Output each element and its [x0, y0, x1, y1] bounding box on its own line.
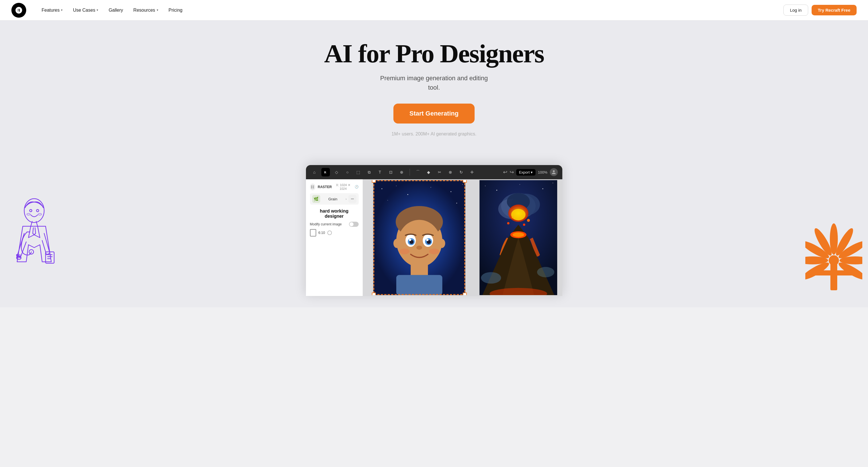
svg-point-57: [485, 186, 486, 186]
app-window: ⌂ R ◇ ○ ⬚ ⧉ T ⊡ ⊕ ⌒ ◆ ✂ ⊗: [306, 165, 562, 296]
text-icon[interactable]: T: [376, 168, 384, 176]
svg-point-75: [537, 267, 555, 277]
svg-rect-55: [463, 293, 466, 295]
logo-icon: R: [15, 6, 23, 14]
app-logo-button[interactable]: R: [321, 168, 330, 176]
start-generating-button[interactable]: Start Generating: [394, 104, 474, 124]
svg-point-47: [393, 239, 400, 248]
mask-icon[interactable]: ⊕: [398, 168, 406, 176]
svg-point-88: [829, 255, 839, 266]
nav-menu: Features ▾ Use Cases ▾ Gallery Resources…: [38, 5, 783, 15]
svg-rect-20: [313, 187, 314, 189]
aspect-radio[interactable]: [327, 231, 332, 235]
brand-logo[interactable]: R: [11, 3, 26, 18]
group-icon[interactable]: ⧉: [365, 168, 373, 176]
navbar: R Features ▾ Use Cases ▾ Gallery Resourc…: [0, 0, 868, 21]
svg-text:R: R: [17, 8, 20, 12]
redo-icon[interactable]: ↪: [509, 169, 514, 175]
chevron-down-icon: ▾: [157, 8, 158, 12]
svg-point-72: [512, 216, 514, 218]
app-toolbar: ⌂ R ◇ ○ ⬚ ⧉ T ⊡ ⊕ ⌒ ◆ ✂ ⊗: [306, 165, 562, 179]
zoom-level: 100%: [538, 170, 547, 174]
volcano-svg: [475, 180, 561, 295]
svg-point-60: [542, 189, 543, 189]
sidebar-raster-meta: RASTER X: 1024 ✕ 1024 🕐: [310, 183, 359, 190]
cartoon-face-svg: [364, 180, 475, 295]
undo-icon[interactable]: ↩: [503, 169, 507, 175]
hero-subtitle: Premium image generation and editing too…: [377, 73, 491, 92]
svg-point-16: [553, 170, 555, 172]
plant-svg: [805, 188, 862, 296]
hero-title: AI for Pro Designers: [6, 40, 862, 67]
logo-small-icon: R: [323, 170, 328, 175]
svg-point-22: [352, 199, 352, 199]
svg-rect-17: [311, 186, 312, 187]
fill-icon[interactable]: ◆: [425, 168, 433, 176]
svg-point-27: [407, 194, 408, 195]
svg-point-61: [553, 183, 553, 183]
shape-icon[interactable]: ○: [344, 168, 351, 176]
nav-pricing[interactable]: Pricing: [165, 5, 187, 15]
grain-layer-row[interactable]: 🌿 Grain ›: [310, 193, 359, 205]
svg-point-28: [430, 187, 431, 188]
grain-thumbnail: 🌿: [312, 195, 320, 203]
user-avatar[interactable]: [550, 168, 558, 176]
aspect-ratio-row: 6:10: [310, 229, 359, 236]
prompt-text: hard working designer: [310, 209, 359, 219]
avatar-icon: [551, 169, 557, 175]
svg-rect-53: [463, 180, 466, 182]
svg-point-74: [481, 272, 501, 283]
left-illustration: [6, 188, 63, 296]
svg-point-21: [351, 199, 351, 199]
svg-point-35: [398, 220, 441, 267]
svg-rect-19: [311, 187, 312, 189]
transform-icon[interactable]: ↻: [457, 168, 465, 176]
svg-point-23: [353, 199, 353, 199]
login-button[interactable]: Log in: [783, 5, 808, 15]
nav-gallery[interactable]: Gallery: [104, 5, 127, 15]
layer-options-button[interactable]: [348, 195, 356, 203]
svg-point-29: [451, 191, 451, 192]
nav-use-cases[interactable]: Use Cases ▾: [69, 5, 102, 15]
pen-icon[interactable]: ⌒: [414, 168, 422, 176]
svg-point-32: [456, 203, 457, 203]
raster-icon: [310, 184, 316, 190]
svg-point-42: [409, 239, 411, 241]
svg-point-59: [520, 184, 520, 185]
select-icon[interactable]: ◇: [333, 168, 341, 176]
svg-point-73: [523, 224, 525, 226]
hero-stats: 1M+ users. 200M+ AI generated graphics.: [6, 131, 862, 137]
svg-point-2: [30, 209, 32, 212]
home-icon[interactable]: ⌂: [311, 168, 318, 176]
canvas-image-face[interactable]: [364, 180, 475, 295]
hero-section: AI for Pro Designers Premium image gener…: [0, 21, 868, 307]
aspect-icon: [310, 229, 316, 236]
modify-toggle-row: Modify current image: [310, 222, 359, 227]
image-icon[interactable]: ⬚: [354, 168, 362, 176]
canvas-image-volcano[interactable]: [475, 180, 561, 295]
options-icon: [350, 197, 354, 201]
app-canvas: [363, 179, 562, 296]
svg-point-43: [426, 239, 429, 241]
size-label: X: 1024 ✕ 1024: [334, 183, 352, 190]
frame-icon[interactable]: ⊡: [387, 168, 395, 176]
move-icon[interactable]: ✛: [468, 168, 476, 176]
blend-icon[interactable]: ⊗: [446, 168, 454, 176]
svg-point-46: [429, 248, 439, 254]
toolbar-right: ↩ ↪ Export ▾ 100%: [503, 168, 558, 176]
svg-point-4: [27, 213, 30, 215]
nav-features[interactable]: Features ▾: [38, 5, 67, 15]
svg-point-3: [36, 209, 39, 212]
nav-resources[interactable]: Resources ▾: [129, 5, 162, 15]
svg-rect-50: [396, 275, 442, 295]
row-chevron-icon: ›: [345, 198, 346, 201]
export-button[interactable]: Export ▾: [516, 169, 536, 175]
try-free-button[interactable]: Try Recraft Free: [812, 5, 857, 15]
svg-point-30: [462, 184, 463, 185]
chevron-down-icon: ▾: [61, 8, 63, 12]
cut-icon[interactable]: ✂: [436, 168, 443, 176]
svg-rect-77: [830, 262, 837, 290]
svg-point-44: [416, 245, 422, 249]
toolbar-divider: [410, 169, 410, 175]
modify-toggle[interactable]: [349, 222, 359, 227]
